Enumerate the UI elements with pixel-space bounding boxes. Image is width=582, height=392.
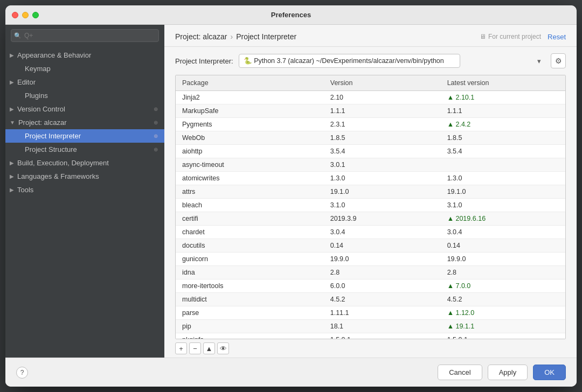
minus-icon: −: [193, 345, 197, 353]
expand-arrow-icon: ▶: [10, 52, 14, 58]
add-package-button[interactable]: +: [175, 342, 187, 354]
package-name-cell: multidict: [176, 293, 324, 306]
search-box: 🔍: [5, 25, 164, 46]
table-row[interactable]: more-itertools6.0.0▲ 7.0.0: [176, 279, 565, 293]
apply-button[interactable]: Apply: [488, 365, 528, 380]
table-row[interactable]: aiohttp3.5.43.5.4: [176, 145, 565, 158]
sidebar-item-keymap[interactable]: Keymap: [5, 62, 164, 75]
project-scope-icon: 🖥: [480, 33, 486, 40]
package-version-cell: 19.1.0: [324, 185, 441, 199]
close-button[interactable]: [12, 12, 18, 18]
sidebar-item-label: Project Structure: [25, 145, 77, 153]
package-version-cell: 3.0.1: [324, 158, 441, 172]
package-latest-cell: 1.1.1: [441, 104, 565, 118]
sidebar-item-label: Tools: [17, 186, 33, 194]
table-row[interactable]: pkginfo1.5.0.11.5.0.1: [176, 333, 565, 340]
sidebar-item-build-execution[interactable]: ▶ Build, Execution, Deployment: [5, 156, 164, 170]
table-toolbar: + − ▲ 👁: [175, 339, 566, 358]
package-latest-cell: 3.0.4: [441, 226, 565, 239]
interpreter-select[interactable]: 🐍 Python 3.7 (alcazar) ~/DevExperiments/…: [239, 54, 460, 68]
table-row[interactable]: pip18.1▲ 19.1.1: [176, 320, 565, 333]
table-row[interactable]: chardet3.0.43.0.4: [176, 226, 565, 239]
table-row[interactable]: atomicwrites1.3.01.3.0: [176, 172, 565, 185]
table-row[interactable]: docutils0.140.14: [176, 239, 565, 253]
ok-button[interactable]: OK: [533, 365, 566, 380]
sidebar-item-appearance[interactable]: ▶ Appearance & Behavior: [5, 48, 164, 62]
package-latest-cell: 3.5.4: [441, 145, 565, 158]
expand-arrow-icon: ▶: [10, 187, 14, 193]
preferences-dialog: Preferences 🔍 ▶ Appearance & Behavior Ke…: [5, 5, 577, 387]
sidebar-item-project-alcazar[interactable]: ▼ Project: alcazar ⊕: [5, 116, 164, 129]
package-name-cell: atomicwrites: [176, 172, 324, 185]
package-latest-cell: [441, 158, 565, 172]
sidebar-item-languages-frameworks[interactable]: ▶ Languages & Frameworks: [5, 170, 164, 183]
sidebar-item-project-interpreter[interactable]: Project Interpreter ⊕: [5, 129, 164, 143]
search-wrap: 🔍: [11, 29, 159, 42]
sidebar-item-project-structure[interactable]: Project Structure ⊕: [5, 143, 164, 156]
table-row[interactable]: multidict4.5.24.5.2: [176, 293, 565, 306]
sidebar-item-label: Languages & Frameworks: [17, 172, 99, 180]
sidebar: 🔍 ▶ Appearance & Behavior Keymap ▶ Edito…: [5, 25, 164, 358]
show-all-packages-button[interactable]: 👁: [217, 342, 229, 354]
package-latest-cell: ▲ 2019.6.16: [441, 212, 565, 226]
package-latest-cell: ▲ 1.12.0: [441, 306, 565, 320]
package-name-cell: more-itertools: [176, 279, 324, 293]
sidebar-item-tools[interactable]: ▶ Tools: [5, 183, 164, 197]
table-row[interactable]: Pygments2.3.1▲ 2.4.2: [176, 118, 565, 131]
for-current-project-label: 🖥 For current project: [480, 33, 541, 40]
package-version-cell: 1.5.0.1: [324, 333, 441, 340]
package-name-cell: parse: [176, 306, 324, 320]
gear-icon: ⚙: [555, 57, 562, 65]
table-row[interactable]: idna2.82.8: [176, 266, 565, 279]
table-row[interactable]: async-timeout3.0.1: [176, 158, 565, 172]
remove-package-button[interactable]: −: [189, 342, 201, 354]
package-version-cell: 6.0.0: [324, 279, 441, 293]
sidebar-item-label: Keymap: [25, 65, 51, 73]
sidebar-item-plugins[interactable]: Plugins: [5, 89, 164, 102]
repo-icon: ⊕: [154, 120, 158, 125]
table-row[interactable]: WebOb1.8.51.8.5: [176, 131, 565, 145]
sidebar-item-editor[interactable]: ▶ Editor: [5, 75, 164, 89]
cancel-button[interactable]: Cancel: [438, 365, 482, 380]
package-version-cell: 3.1.0: [324, 199, 441, 212]
sidebar-item-label: Project: alcazar: [18, 118, 67, 127]
table-wrap: Package Version Latest version Jinja22.1…: [164, 75, 577, 358]
maximize-button[interactable]: [32, 12, 39, 18]
header-right: 🖥 For current project Reset: [480, 33, 566, 41]
table-row[interactable]: gunicorn19.9.019.9.0: [176, 253, 565, 266]
table-row[interactable]: parse1.11.1▲ 1.12.0: [176, 306, 565, 320]
package-version-cell: 4.5.2: [324, 293, 441, 306]
package-latest-cell: ▲ 19.1.1: [441, 320, 565, 333]
reset-button[interactable]: Reset: [548, 33, 566, 41]
package-name-cell: async-timeout: [176, 158, 324, 172]
package-version-cell: 3.5.4: [324, 145, 441, 158]
col-version: Version: [324, 75, 441, 91]
package-name-cell: aiohttp: [176, 145, 324, 158]
interpreter-row: Project Interpreter: 🐍 Python 3.7 (alcaz…: [164, 47, 577, 75]
table-row[interactable]: Jinja22.10▲ 2.10.1: [176, 91, 565, 104]
upgrade-package-button[interactable]: ▲: [203, 342, 215, 354]
search-icon: 🔍: [14, 32, 22, 39]
package-latest-cell: 19.9.0: [441, 253, 565, 266]
package-name-cell: certifi: [176, 212, 324, 226]
plus-icon: +: [179, 345, 183, 353]
package-version-cell: 0.14: [324, 239, 441, 253]
package-version-cell: 18.1: [324, 320, 441, 333]
package-name-cell: gunicorn: [176, 253, 324, 266]
expand-arrow-icon: ▼: [10, 120, 15, 125]
interpreter-settings-button[interactable]: ⚙: [551, 53, 566, 68]
sidebar-item-version-control[interactable]: ▶ Version Control ⊕: [5, 102, 164, 116]
package-latest-cell: 1.5.0.1: [441, 333, 565, 340]
table-row[interactable]: bleach3.1.03.1.0: [176, 199, 565, 212]
minimize-button[interactable]: [22, 12, 29, 18]
table-row[interactable]: attrs19.1.019.1.0: [176, 185, 565, 199]
search-input[interactable]: [11, 29, 159, 42]
sidebar-item-label: Build, Execution, Deployment: [17, 159, 109, 167]
package-latest-cell: ▲ 2.10.1: [441, 91, 565, 104]
table-row[interactable]: MarkupSafe1.1.11.1.1: [176, 104, 565, 118]
content-area: 🔍 ▶ Appearance & Behavior Keymap ▶ Edito…: [5, 25, 577, 358]
table-row[interactable]: certifi2019.3.9▲ 2019.6.16: [176, 212, 565, 226]
package-version-cell: 2019.3.9: [324, 212, 441, 226]
repo-icon: ⊕: [154, 106, 158, 112]
help-button[interactable]: ?: [16, 367, 28, 379]
